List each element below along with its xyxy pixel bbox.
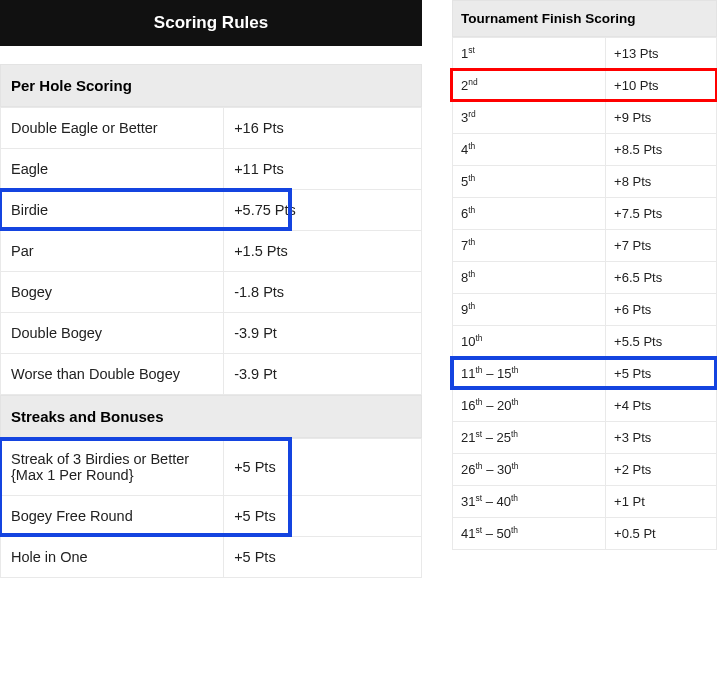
finish-rank: 9th	[453, 294, 606, 326]
score-pts: +16 Pts	[224, 108, 422, 149]
table-row: 3rd+9 Pts	[453, 102, 717, 134]
finish-pts: +5.5 Pts	[606, 326, 717, 358]
finish-pts: +10 Pts	[606, 70, 717, 102]
finish-pts: +6 Pts	[606, 294, 717, 326]
score-pts: +5 Pts	[224, 496, 422, 537]
table-row: 6th+7.5 Pts	[453, 198, 717, 230]
table-row: 21st – 25th+3 Pts	[453, 422, 717, 454]
table-row: Bogey-1.8 Pts	[1, 272, 422, 313]
score-label: Hole in One	[1, 537, 224, 578]
score-pts: +11 Pts	[224, 149, 422, 190]
table-row: 4th+8.5 Pts	[453, 134, 717, 166]
per-hole-header: Per Hole Scoring	[0, 64, 422, 107]
finish-pts: +4 Pts	[606, 390, 717, 422]
finish-rank: 8th	[453, 262, 606, 294]
score-label: Bogey Free Round	[1, 496, 224, 537]
finish-pts: +8 Pts	[606, 166, 717, 198]
score-pts: +5 Pts	[224, 537, 422, 578]
finish-rank: 11th – 15th	[453, 358, 606, 390]
table-row: Par+1.5 Pts	[1, 231, 422, 272]
table-row: Hole in One+5 Pts	[1, 537, 422, 578]
table-row: Eagle+11 Pts	[1, 149, 422, 190]
finish-rank: 31st – 40th	[453, 486, 606, 518]
score-label: Double Eagle or Better	[1, 108, 224, 149]
page-title: Scoring Rules	[0, 0, 422, 46]
finish-pts: +3 Pts	[606, 422, 717, 454]
left-column: Scoring Rules Per Hole Scoring Double Ea…	[0, 0, 422, 679]
streaks-header: Streaks and Bonuses	[0, 395, 422, 438]
table-row: 5th+8 Pts	[453, 166, 717, 198]
table-row: 9th+6 Pts	[453, 294, 717, 326]
per-hole-table: Double Eagle or Better+16 Pts Eagle+11 P…	[0, 107, 422, 395]
finish-rank: 10th	[453, 326, 606, 358]
table-row: 10th+5.5 Pts	[453, 326, 717, 358]
right-column: Tournament Finish Scoring 1st+13 Pts2nd+…	[452, 0, 717, 679]
finish-pts: +1 Pt	[606, 486, 717, 518]
streaks-table: Streak of 3 Birdies or Better {Max 1 Per…	[0, 438, 422, 578]
finish-pts: +0.5 Pt	[606, 518, 717, 550]
finish-rank: 2nd	[453, 70, 606, 102]
table-row: 1st+13 Pts	[453, 38, 717, 70]
finish-pts: +7.5 Pts	[606, 198, 717, 230]
score-label: Worse than Double Bogey	[1, 354, 224, 395]
finish-rank: 26th – 30th	[453, 454, 606, 486]
finish-rank: 5th	[453, 166, 606, 198]
table-row: 41st – 50th+0.5 Pt	[453, 518, 717, 550]
score-pts: -1.8 Pts	[224, 272, 422, 313]
finish-rank: 41st – 50th	[453, 518, 606, 550]
finish-rank: 3rd	[453, 102, 606, 134]
finish-rank: 1st	[453, 38, 606, 70]
score-label: Par	[1, 231, 224, 272]
table-row: Bogey Free Round+5 Pts	[1, 496, 422, 537]
finish-pts: +6.5 Pts	[606, 262, 717, 294]
table-row: Birdie+5.75 Pts	[1, 190, 422, 231]
finish-rank: 6th	[453, 198, 606, 230]
table-row: 11th – 15th+5 Pts	[453, 358, 717, 390]
table-row: Double Bogey-3.9 Pt	[1, 313, 422, 354]
finish-table: 1st+13 Pts2nd+10 Pts3rd+9 Pts4th+8.5 Pts…	[452, 37, 717, 550]
finish-header: Tournament Finish Scoring	[452, 0, 717, 37]
finish-pts: +7 Pts	[606, 230, 717, 262]
table-row: Double Eagle or Better+16 Pts	[1, 108, 422, 149]
finish-pts: +5 Pts	[606, 358, 717, 390]
table-row: 8th+6.5 Pts	[453, 262, 717, 294]
finish-pts: +8.5 Pts	[606, 134, 717, 166]
finish-pts: +2 Pts	[606, 454, 717, 486]
score-label: Double Bogey	[1, 313, 224, 354]
finish-rank: 7th	[453, 230, 606, 262]
table-row: 16th – 20th+4 Pts	[453, 390, 717, 422]
score-label: Streak of 3 Birdies or Better {Max 1 Per…	[1, 439, 224, 496]
score-label: Bogey	[1, 272, 224, 313]
table-row: 2nd+10 Pts	[453, 70, 717, 102]
score-label: Eagle	[1, 149, 224, 190]
finish-pts: +13 Pts	[606, 38, 717, 70]
score-pts: -3.9 Pt	[224, 354, 422, 395]
table-row: Worse than Double Bogey-3.9 Pt	[1, 354, 422, 395]
finish-rank: 4th	[453, 134, 606, 166]
finish-pts: +9 Pts	[606, 102, 717, 134]
score-label: Birdie	[1, 190, 224, 231]
finish-rank: 21st – 25th	[453, 422, 606, 454]
table-row: 26th – 30th+2 Pts	[453, 454, 717, 486]
score-pts: -3.9 Pt	[224, 313, 422, 354]
finish-rank: 16th – 20th	[453, 390, 606, 422]
score-pts: +5.75 Pts	[224, 190, 422, 231]
score-pts: +1.5 Pts	[224, 231, 422, 272]
table-row: 7th+7 Pts	[453, 230, 717, 262]
score-pts: +5 Pts	[224, 439, 422, 496]
table-row: Streak of 3 Birdies or Better {Max 1 Per…	[1, 439, 422, 496]
table-row: 31st – 40th+1 Pt	[453, 486, 717, 518]
